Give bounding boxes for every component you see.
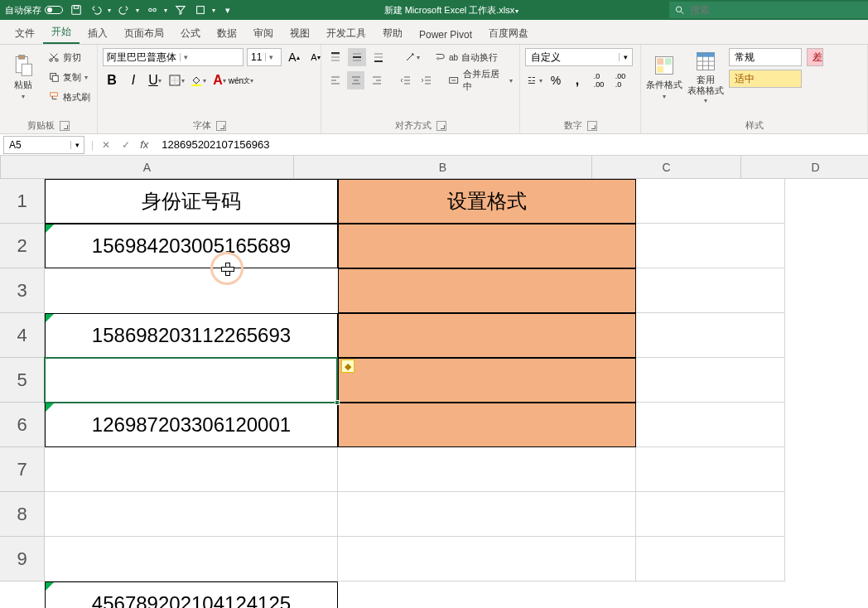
cell-B2[interactable] bbox=[338, 224, 636, 268]
increase-decimal-button[interactable]: .0.00 bbox=[590, 71, 608, 89]
tab-view[interactable]: 视图 bbox=[282, 22, 318, 44]
number-launcher[interactable] bbox=[587, 121, 597, 131]
tab-powerpivot[interactable]: Power Pivot bbox=[411, 24, 480, 44]
qat-icon-2[interactable] bbox=[194, 3, 207, 17]
tab-review[interactable]: 审阅 bbox=[245, 22, 282, 44]
search-input[interactable] bbox=[690, 4, 863, 16]
cut-button[interactable]: 剪切 bbox=[46, 48, 92, 66]
border-button[interactable]: ▾ bbox=[167, 71, 186, 89]
indent-decrease-button[interactable] bbox=[397, 71, 414, 89]
cell-style-normal[interactable]: 常规 bbox=[729, 48, 802, 66]
qat-overflow-icon[interactable]: ▾ bbox=[222, 5, 234, 16]
font-color-button[interactable]: A▾ bbox=[210, 71, 229, 89]
row-header-3[interactable]: 3 bbox=[0, 268, 45, 313]
cell-A1[interactable]: 身份证号码 bbox=[45, 179, 338, 224]
tab-help[interactable]: 帮助 bbox=[374, 22, 411, 44]
cell-C1[interactable] bbox=[636, 179, 785, 224]
cell-B4[interactable] bbox=[338, 313, 636, 358]
wrap-text-button[interactable]: ab自动换行 bbox=[432, 48, 499, 66]
copy-button[interactable]: 复制▾ bbox=[46, 68, 92, 86]
align-bottom-button[interactable] bbox=[369, 48, 388, 66]
tab-file[interactable]: 文件 bbox=[7, 22, 43, 44]
tab-home[interactable]: 开始 bbox=[43, 20, 80, 44]
align-top-button[interactable] bbox=[326, 48, 345, 66]
align-launcher[interactable] bbox=[436, 121, 446, 131]
accounting-format-button[interactable]: ☳▾ bbox=[525, 71, 543, 89]
row-header-9[interactable]: 9 bbox=[0, 537, 45, 581]
cell-B3[interactable] bbox=[338, 268, 636, 313]
indent-increase-button[interactable] bbox=[417, 71, 435, 89]
row-header-1[interactable]: 1 bbox=[0, 179, 45, 224]
qat-icon-1[interactable] bbox=[146, 3, 159, 17]
cell-B7[interactable] bbox=[338, 447, 636, 492]
search-box[interactable] bbox=[669, 2, 868, 18]
error-smart-tag[interactable]: ◆ bbox=[341, 359, 354, 373]
clipboard-launcher[interactable] bbox=[60, 121, 70, 131]
grow-font-button[interactable]: A▴ bbox=[285, 48, 303, 66]
font-family-drop-icon[interactable]: ▾ bbox=[180, 53, 191, 61]
font-size-combo[interactable]: 11▾ bbox=[247, 48, 282, 66]
cell-B8[interactable] bbox=[338, 492, 636, 537]
qat1-drop[interactable]: ▾ bbox=[164, 7, 167, 14]
row-header-4[interactable]: 4 bbox=[0, 313, 45, 358]
undo-drop-icon[interactable]: ▾ bbox=[108, 7, 111, 14]
merge-center-button[interactable]: 合并后居中▾ bbox=[446, 71, 514, 89]
fill-color-button[interactable]: ▾ bbox=[189, 71, 207, 89]
cell-A9[interactable] bbox=[45, 537, 338, 581]
filter-icon[interactable] bbox=[174, 3, 187, 17]
paste-button[interactable]: 粘贴 ▾ bbox=[5, 48, 41, 106]
formula-input[interactable] bbox=[155, 138, 868, 151]
cell-C7[interactable] bbox=[636, 447, 785, 492]
col-header-B[interactable]: B bbox=[294, 156, 592, 179]
name-box-drop-icon[interactable]: ▾ bbox=[70, 141, 84, 149]
tab-data[interactable]: 数据 bbox=[209, 22, 245, 44]
decrease-decimal-button[interactable]: .00.0 bbox=[611, 71, 629, 89]
tab-formulas[interactable]: 公式 bbox=[172, 22, 209, 44]
filename-drop-icon[interactable]: ▾ bbox=[515, 7, 518, 15]
cell-A7[interactable] bbox=[45, 447, 338, 492]
redo-icon[interactable] bbox=[118, 3, 131, 17]
format-as-table-button[interactable]: 套用 表格格式▾ bbox=[687, 48, 724, 106]
align-center-button[interactable] bbox=[347, 71, 364, 89]
cell-style-accent[interactable]: 适中 bbox=[729, 70, 802, 88]
number-format-drop-icon[interactable]: ▾ bbox=[619, 53, 632, 61]
cell-B6[interactable] bbox=[338, 403, 636, 447]
align-left-button[interactable] bbox=[326, 71, 344, 89]
font-size-drop-icon[interactable]: ▾ bbox=[265, 53, 277, 61]
cell-C2[interactable] bbox=[636, 224, 785, 268]
font-family-combo[interactable]: 阿里巴巴普惠体▾ bbox=[103, 48, 244, 66]
qat2-drop[interactable]: ▾ bbox=[212, 7, 215, 14]
tab-dev[interactable]: 开发工具 bbox=[318, 22, 374, 44]
row-header-6[interactable]: 6 bbox=[0, 403, 45, 447]
cell-A3[interactable]: 158698203112265693 bbox=[45, 313, 338, 358]
cell-C4[interactable] bbox=[636, 313, 785, 358]
phonetic-button[interactable]: wén文▾ bbox=[232, 71, 250, 89]
name-box[interactable]: A5 ▾ bbox=[3, 136, 84, 154]
cell-A6[interactable]: 456789202104124125 bbox=[45, 581, 338, 608]
cell-style-bad[interactable]: 差 bbox=[807, 48, 823, 66]
col-header-A[interactable]: A bbox=[1, 156, 294, 179]
fx-icon[interactable]: fx bbox=[140, 138, 148, 151]
tab-layout[interactable]: 页面布局 bbox=[116, 22, 172, 44]
col-header-D[interactable]: D bbox=[741, 156, 868, 179]
align-right-button[interactable] bbox=[368, 71, 385, 89]
format-painter-button[interactable]: 格式刷 bbox=[46, 88, 92, 106]
comma-button[interactable]: , bbox=[568, 71, 586, 89]
select-all-corner[interactable] bbox=[0, 156, 1, 179]
font-launcher[interactable] bbox=[216, 121, 226, 131]
formula-cancel-icon[interactable]: ✕ bbox=[100, 139, 112, 151]
cell-A4[interactable]: 126987203306120001 bbox=[45, 403, 338, 447]
cell-B9[interactable] bbox=[338, 537, 636, 581]
formula-confirm-icon[interactable]: ✓ bbox=[120, 139, 132, 151]
bold-button[interactable]: B bbox=[103, 71, 121, 89]
tab-baidu[interactable]: 百度网盘 bbox=[480, 22, 537, 44]
percent-button[interactable]: % bbox=[547, 71, 565, 89]
conditional-format-button[interactable]: 条件格式▾ bbox=[646, 48, 682, 106]
redo-drop-icon[interactable]: ▾ bbox=[136, 7, 139, 14]
cell-A2[interactable]: 156984203005165689 bbox=[45, 224, 338, 268]
cell-C3[interactable] bbox=[636, 268, 785, 313]
cell-B5[interactable] bbox=[338, 358, 636, 403]
row-header-7[interactable]: 7 bbox=[0, 447, 45, 492]
row-header-8[interactable]: 8 bbox=[0, 492, 45, 537]
fill-handle[interactable] bbox=[335, 400, 340, 405]
